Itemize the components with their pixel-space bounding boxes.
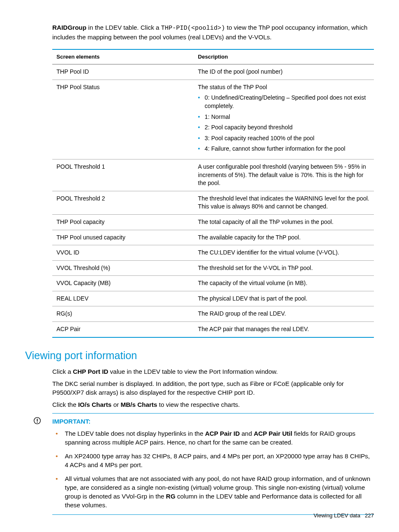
important-label: IMPORTANT: xyxy=(52,417,374,426)
list-item: The LDEV table does not display hyperlin… xyxy=(65,429,374,447)
svg-rect-1 xyxy=(37,419,38,421)
cell-description: The ACP pair that manages the real LDEV. xyxy=(194,322,374,337)
col-header-elements: Screen elements xyxy=(52,49,194,64)
cell-element: ACP Pair xyxy=(52,322,194,337)
screen-elements-table: Screen elements Description THP Pool ID … xyxy=(52,49,374,338)
cell-element: THP Pool Status xyxy=(52,80,194,159)
list-item: 3: Pool capacity reached 100% of the poo… xyxy=(198,134,370,143)
footer-page: 227 xyxy=(365,512,374,519)
status-list: 0: Undefined/Creating/Deleting – Specifi… xyxy=(198,94,370,153)
t: and xyxy=(240,430,253,437)
table-row: REAL LDEV The physical LDEV that is part… xyxy=(52,291,374,306)
cell-description: The threshold level that indicates the W… xyxy=(194,191,374,214)
cell-element: THP Pool capacity xyxy=(52,214,194,230)
footer-text: Viewing LDEV data xyxy=(314,512,361,519)
table-row: POOL Threshold 2 The threshold level tha… xyxy=(52,191,374,214)
table-header-row: Screen elements Description xyxy=(52,49,374,64)
t-bold: MB/s Charts xyxy=(120,401,157,408)
cell-description: The available capacity for the ThP pool. xyxy=(194,230,374,245)
t-bold: ACP Pair ID xyxy=(205,430,240,437)
t: to view the respective charts. xyxy=(157,401,240,408)
port-para-3: Click the IO/s Charts or MB/s Charts to … xyxy=(52,400,374,409)
table-row: VVOL Capacity (MB) The capacity of the v… xyxy=(52,276,374,291)
intro-bold: RAIDGroup xyxy=(52,24,87,31)
list-item: 2: Pool capacity beyond threshold xyxy=(198,123,370,132)
cell-description: The total capacity of all the ThP volume… xyxy=(194,214,374,230)
table-row: RG(s) The RAID group of the real LDEV. xyxy=(52,306,374,322)
t-bold: CHP Port ID xyxy=(73,368,108,375)
cell-description: The capacity of the virtual volume (in M… xyxy=(194,276,374,291)
cell-element: VVOL Threshold (%) xyxy=(52,260,194,276)
list-item: 4: Failure, cannot show further informat… xyxy=(198,145,370,153)
port-para-1: Click a CHP Port ID value in the LDEV ta… xyxy=(52,367,374,376)
cell-element: VVOL ID xyxy=(52,245,194,261)
table-row: VVOL Threshold (%) The threshold set for… xyxy=(52,260,374,276)
table-row: THP Pool capacity The total capacity of … xyxy=(52,214,374,230)
port-para-2: The DKC serial number is displayed. In a… xyxy=(52,379,374,397)
cell-element: THP Pool unused capacity xyxy=(52,230,194,245)
t-bold: IO/s Charts xyxy=(78,401,112,408)
cell-desc-lead: The status of the ThP Pool xyxy=(198,84,267,90)
intro-paragraph: RAIDGroup in the LDEV table. Click a THP… xyxy=(52,23,374,41)
t: or xyxy=(112,401,121,408)
table-row: THP Pool Status The status of the ThP Po… xyxy=(52,80,374,159)
cell-element: RG(s) xyxy=(52,306,194,322)
intro-code: THP-PID(<poolid>) xyxy=(161,25,225,32)
cell-element: POOL Threshold 2 xyxy=(52,191,194,214)
t: The LDEV table does not display hyperlin… xyxy=(65,430,205,437)
cell-description: The status of the ThP Pool 0: Undefined/… xyxy=(194,80,374,159)
list-item: 0: Undefined/Creating/Deleting – Specifi… xyxy=(198,94,370,110)
divider xyxy=(52,413,374,414)
cell-description: The threshold set for the V-VOL in ThP p… xyxy=(194,260,374,276)
cell-element: VVOL Capacity (MB) xyxy=(52,276,194,291)
table-row: THP Pool unused capacity The available c… xyxy=(52,230,374,245)
t: value in the LDEV table to view the Port… xyxy=(108,368,278,375)
table-row: THP Pool ID The ID of the pool (pool num… xyxy=(52,64,374,80)
cell-description: The CU:LDEV identifier for the virtual v… xyxy=(194,245,374,261)
section-heading: Viewing port information xyxy=(25,348,374,363)
cell-description: The RAID group of the real LDEV. xyxy=(194,306,374,322)
t: Click the xyxy=(52,401,78,408)
table-row: VVOL ID The CU:LDEV identifier for the v… xyxy=(52,245,374,261)
t: Click a xyxy=(52,368,73,375)
table-row: POOL Threshold 1 A user configurable poo… xyxy=(52,159,374,191)
list-item: 1: Normal xyxy=(198,113,370,121)
cell-description: The physical LDEV that is part of the po… xyxy=(194,291,374,306)
important-block: IMPORTANT: The LDEV table does not displ… xyxy=(52,417,374,509)
table-row: ACP Pair The ACP pair that manages the r… xyxy=(52,322,374,337)
important-icon xyxy=(33,417,41,424)
t-bold: RG xyxy=(166,493,176,500)
t-bold: ACP Pair Util xyxy=(254,430,292,437)
important-list: The LDEV table does not display hyperlin… xyxy=(65,429,374,509)
list-item: All virtual volumes that are not associa… xyxy=(65,474,374,509)
cell-element: POOL Threshold 1 xyxy=(52,159,194,191)
cell-description: A user configurable pool threshold (vary… xyxy=(194,159,374,191)
cell-description: The ID of the pool (pool number) xyxy=(194,64,374,80)
svg-rect-2 xyxy=(37,422,38,423)
page-footer: Viewing LDEV data 227 xyxy=(314,512,374,519)
cell-element: REAL LDEV xyxy=(52,291,194,306)
col-header-description: Description xyxy=(194,49,374,64)
intro-pre-code: in the LDEV table. Click a xyxy=(87,24,161,31)
list-item: An XP24000 type array has 32 CHIPs, 8 AC… xyxy=(65,452,374,469)
cell-element: THP Pool ID xyxy=(52,64,194,80)
